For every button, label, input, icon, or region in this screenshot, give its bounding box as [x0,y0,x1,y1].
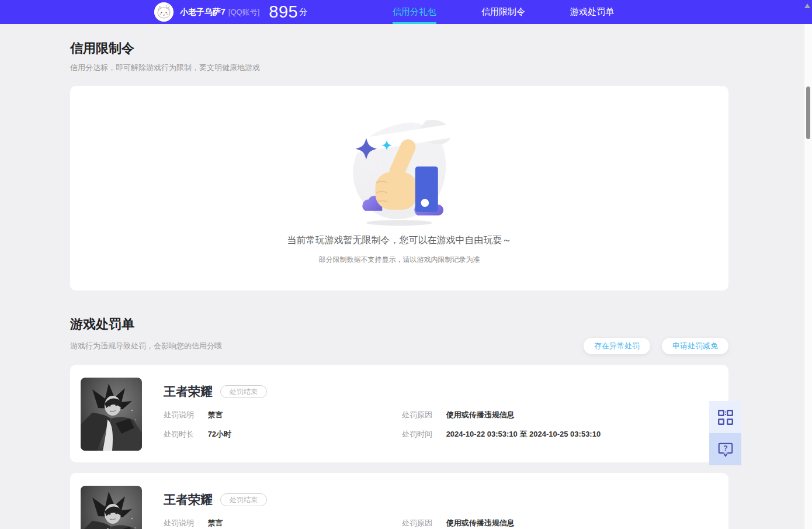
restriction-section-subtitle: 信用分达标，即可解除游戏行为限制，要文明健康地游戏 [70,63,728,73]
penalty-reason-label: 处罚原因 [402,518,432,528]
game-art-icon [81,486,142,529]
credit-score: 895 [269,2,298,22]
penalty-desc-value: 禁言 [208,518,223,527]
restriction-empty-note: 部分限制数据不支持显示，请以游戏内限制记录为准 [319,255,480,265]
scrollbar-up-arrow[interactable] [804,4,810,8]
game-thumbnail-honor-of-kings [81,378,142,451]
penalty-actions: 存在异常处罚 申请处罚减免 [584,338,728,354]
abnormal-penalty-button[interactable]: 存在异常处罚 [584,338,650,354]
question-bubble-icon: ? [717,441,734,458]
credit-score-unit: 分 [299,7,307,18]
penalty-time-label: 处罚时间 [402,429,432,440]
game-name: 王者荣耀 [164,383,213,400]
penalty-section-title: 游戏处罚单 [70,316,728,333]
qr-code-icon [717,409,734,426]
penalty-desc-label: 处罚说明 [164,518,194,528]
restriction-empty-message: 当前常玩游戏暂无限制令，您可以在游戏中自由玩耍～ [287,234,512,247]
account-type: [QQ账号] [228,7,259,18]
header-bar: 小老子乌萨7 [QQ账号] 895 分 信用分礼包 信用限制令 游戏处罚单 [0,0,812,24]
penalty-reason-field: 处罚原因 使用或传播违规信息 [402,410,728,420]
game-name: 王者荣耀 [164,492,213,508]
penalty-duration-value: 72小时 [208,430,231,438]
question-glyph: ? [723,444,728,452]
penalty-time-field: 处罚时间 2024-10-22 03:53:10 至 2024-10-25 03… [402,429,728,440]
header-tabs: 信用分礼包 信用限制令 游戏处罚单 [393,0,614,24]
thumbs-up-illustration [342,115,456,227]
penalty-card: 王者荣耀 处罚结束 处罚说明 禁言 处罚原因 使用或传播违规信息 处罚时长 72… [70,365,728,462]
tab-game-penalty[interactable]: 游戏处罚单 [570,0,614,24]
penalty-section-subtitle: 游戏行为违规导致处罚，会影响您的信用分哦 [70,341,222,351]
penalty-reason-value: 使用或传播违规信息 [446,518,515,527]
penalty-desc-label: 处罚说明 [164,410,194,420]
penalty-duration-label: 处罚时长 [164,429,194,440]
game-thumbnail-honor-of-kings [81,486,142,529]
penalty-card: 王者荣耀 处罚结束 处罚说明 禁言 处罚原因 使用或传播违规信息 处罚时长 24… [70,473,728,529]
qr-code-button[interactable] [709,401,741,433]
penalty-status-badge: 处罚结束 [220,385,267,398]
penalty-desc-value: 禁言 [208,410,223,419]
penalty-duration-field: 处罚时长 72小时 [164,429,402,440]
floating-widget: ? [709,401,741,465]
penalty-reason-value: 使用或传播违规信息 [446,410,515,419]
penalty-status-badge: 处罚结束 [220,493,267,506]
penalty-desc-field: 处罚说明 禁言 [164,518,402,528]
scrollbar-thumb[interactable] [806,87,810,139]
tab-credit-gift[interactable]: 信用分礼包 [393,0,436,24]
main-content: 信用限制令 信用分达标，即可解除游戏行为限制，要文明健康地游戏 [70,24,728,529]
help-button[interactable]: ? [709,433,741,465]
tab-credit-restriction[interactable]: 信用限制令 [481,0,525,24]
penalty-relief-button[interactable]: 申请处罚减免 [662,338,728,354]
penalty-reason-label: 处罚原因 [402,410,432,420]
penalty-desc-field: 处罚说明 禁言 [164,410,402,420]
penalty-reason-field: 处罚原因 使用或传播违规信息 [402,518,728,528]
restriction-empty-card: 当前常玩游戏暂无限制令，您可以在游戏中自由玩耍～ 部分限制数据不支持显示，请以游… [70,86,728,291]
penalty-time-value: 2024-10-22 03:53:10 至 2024-10-25 03:53:1… [446,430,601,438]
game-art-icon [81,378,142,451]
restriction-section-title: 信用限制令 [70,40,728,57]
avatar [154,2,173,22]
username: 小老子乌萨7 [180,7,225,18]
cat-avatar-icon [154,2,173,22]
